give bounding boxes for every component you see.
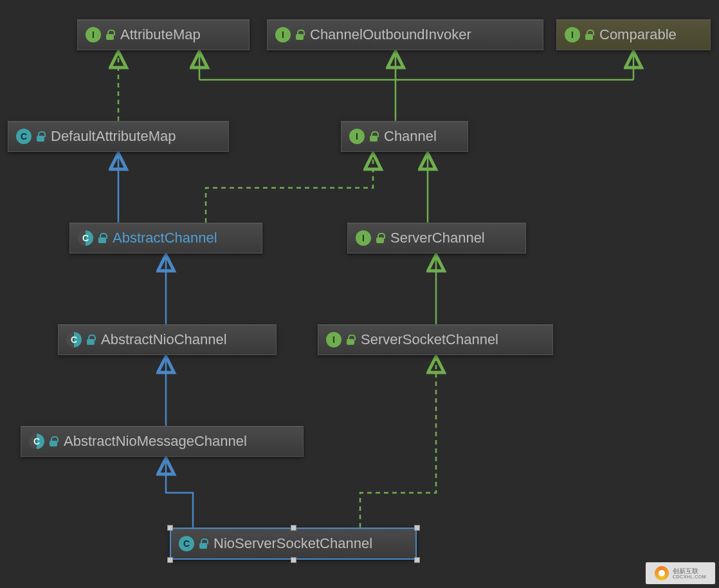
lock-icon [370, 131, 379, 142]
node-label: Channel [384, 128, 437, 145]
node-label: ServerSocketChannel [361, 331, 498, 348]
interface-badge: I [275, 27, 291, 42]
node-channel[interactable]: I Channel [341, 121, 468, 152]
interface-badge: I [326, 332, 341, 347]
node-channelOutboundInvoker[interactable]: I ChannelOutboundInvoker [267, 19, 543, 50]
node-label: AbstractNioChannel [101, 331, 227, 348]
node-label: AbstractNioMessageChannel [64, 433, 247, 450]
node-abstractNioChannel[interactable]: C AbstractNioChannel [58, 324, 277, 355]
abstract-class-badge: C [29, 434, 44, 449]
resize-handle-n[interactable] [291, 525, 296, 531]
node-abstractChannel[interactable]: C AbstractChannel [69, 223, 262, 253]
node-serverSocketChannel[interactable]: I ServerSocketChannel [318, 324, 553, 355]
lock-icon [87, 335, 96, 345]
lock-icon [376, 233, 385, 243]
diagram-canvas[interactable]: I AttributeMap I ChannelOutboundInvoker … [0, 0, 719, 588]
interface-badge: I [356, 230, 371, 246]
node-label: Comparable [599, 26, 677, 43]
node-label: NioServerSocketChannel [214, 535, 372, 552]
class-badge: C [179, 536, 194, 551]
interface-badge: I [86, 27, 101, 42]
class-badge: C [16, 129, 32, 144]
lock-icon [50, 436, 59, 446]
node-label: ChannelOutboundInvoker [310, 26, 471, 43]
interface-badge: I [349, 129, 365, 144]
resize-handle-se[interactable] [414, 557, 420, 563]
resize-handle-sw[interactable] [167, 557, 173, 563]
node-abstractNioMessageChannel[interactable]: C AbstractNioMessageChannel [21, 426, 304, 457]
resize-handle-s[interactable] [291, 557, 296, 563]
abstract-class-badge: C [66, 332, 82, 347]
lock-icon [347, 335, 356, 345]
lock-icon [37, 131, 46, 142]
watermark-line1: 创新互联 [673, 568, 706, 574]
lock-icon [106, 30, 115, 40]
watermark-text: 创新互联 CDCXHL.COM [673, 568, 706, 579]
node-serverChannel[interactable]: I ServerChannel [347, 223, 526, 253]
watermark-line2: CDCXHL.COM [673, 574, 706, 579]
node-nioServerSocketChannel[interactable]: C NioServerSocketChannel [170, 528, 417, 560]
edge-abstractChannel-channel [206, 153, 373, 223]
node-attributeMap[interactable]: I AttributeMap [77, 19, 250, 50]
watermark-logo-icon [655, 566, 669, 580]
node-label: AttributeMap [120, 26, 201, 43]
node-label: DefaultAttributeMap [51, 128, 176, 145]
lock-icon [98, 233, 107, 243]
node-comparable[interactable]: I Comparable [556, 19, 711, 50]
resize-handle-ne[interactable] [414, 525, 420, 531]
resize-handle-nw[interactable] [167, 525, 173, 531]
watermark: 创新互联 CDCXHL.COM [646, 562, 715, 584]
abstract-class-badge: C [78, 230, 93, 246]
edge-nioServerSocketChannel-serverSocketChannel [360, 356, 436, 528]
node-defaultAttributeMap[interactable]: C DefaultAttributeMap [8, 121, 229, 152]
lock-icon [585, 30, 594, 40]
node-label: AbstractChannel [113, 230, 217, 246]
edge-nioServerSocketChannel-abstractNioMessageChannel [166, 458, 193, 528]
interface-badge: I [565, 27, 580, 42]
node-label: ServerChannel [390, 230, 485, 246]
lock-icon [296, 30, 305, 40]
lock-icon [199, 538, 208, 549]
edges-layer [0, 0, 719, 588]
